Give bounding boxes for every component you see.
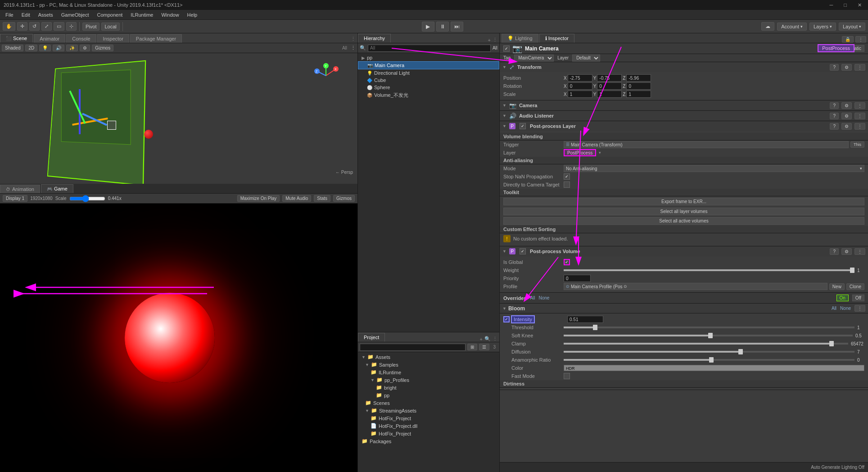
transform-tool[interactable]: ⊹ (66, 22, 77, 31)
rotate-tool[interactable]: ↺ (29, 22, 40, 31)
audio-header[interactable]: ▼ 🔊 Audio Listener ? ⚙ ⋮ (500, 111, 868, 121)
proj-pp-folder[interactable]: 📁 pp (358, 391, 499, 399)
weight-slider[interactable] (564, 269, 854, 271)
pplayer-header[interactable]: ▼ P Post-process Layer ? ⚙ ⋮ (500, 121, 868, 131)
maximize-on-play[interactable]: Maximize On Play (237, 195, 280, 202)
gizmos-button[interactable]: Gizmos (92, 45, 113, 51)
scale-z-field[interactable] (626, 91, 651, 98)
off-button[interactable]: Off (852, 295, 864, 301)
hier-item-light[interactable]: 💡 Directional Light (358, 69, 499, 77)
hier-add-btn[interactable]: + (488, 37, 491, 43)
new-profile-btn[interactable]: New (829, 283, 845, 290)
pos-z-field[interactable] (626, 74, 651, 82)
move-tool[interactable]: ✛ (17, 22, 27, 31)
pause-button[interactable]: ⏸ (436, 22, 449, 32)
obj-name-label[interactable]: Main Camera (525, 45, 844, 52)
intensity-field[interactable] (567, 316, 603, 323)
intensity-checkbox[interactable] (503, 316, 510, 322)
ppvolume-enabled-checkbox[interactable] (520, 248, 526, 254)
proj-assets[interactable]: ▼ 📁 Assets (358, 353, 499, 361)
account-dropdown[interactable]: Account (777, 23, 807, 31)
camera-header[interactable]: ▼ 📷 Camera ? ⚙ ⋮ (500, 100, 868, 110)
select-active-btn[interactable]: Select all active volumes (503, 217, 864, 225)
pplayer-enabled-checkbox[interactable] (520, 123, 526, 129)
rect-tool[interactable]: ▭ (54, 22, 64, 31)
menu-gameobject[interactable]: GameObject (58, 11, 93, 18)
anamorphic-slider[interactable] (564, 359, 854, 361)
step-button[interactable]: ⏭ (451, 22, 463, 32)
camera-info-btn[interactable]: ? (830, 102, 839, 109)
none-label-ov[interactable]: None (539, 295, 550, 300)
scale-slider[interactable] (69, 195, 105, 202)
stats-button[interactable]: Stats (314, 195, 330, 202)
tab-game[interactable]: 🎮 Game (41, 184, 73, 193)
proj-streaming[interactable]: ▼ 📁 StreamingAssets (358, 407, 499, 414)
scale-x-field[interactable] (568, 91, 592, 98)
menu-file[interactable]: File (2, 11, 17, 18)
priority-field[interactable] (564, 275, 591, 282)
proj-scenes[interactable]: 📁 Scenes (358, 399, 499, 407)
panel-menu-btn[interactable]: ⋮ (349, 35, 357, 43)
menu-assets[interactable]: Assets (35, 11, 57, 18)
hand-tool[interactable]: ✋ (3, 22, 15, 31)
minimize-button[interactable]: ─ (827, 2, 836, 8)
scene-fx-btn[interactable]: ✨ (66, 45, 78, 51)
proj-hotfix-dll[interactable]: 📄 HotFix_Project.dll (358, 422, 499, 430)
game-gizmos[interactable]: Gizmos (333, 195, 355, 202)
proj-menu-btn[interactable]: ⋮ (493, 336, 497, 342)
scene-menu-btn[interactable]: ⋮ (351, 45, 356, 51)
pos-x-field[interactable] (568, 74, 592, 82)
project-search-input[interactable] (360, 344, 466, 351)
ppvol-settings-btn[interactable]: ⚙ (841, 248, 852, 255)
inspector-lock-btn[interactable]: 🔒 (842, 36, 854, 43)
bloom-menu-btn[interactable]: ⋮ (854, 305, 865, 312)
tab-hierarchy[interactable]: Hierarchy (358, 34, 391, 43)
tab-project[interactable]: Project (358, 333, 385, 342)
scene-light-btn[interactable]: 💡 (39, 45, 51, 51)
menu-ilruntime[interactable]: ILRuntime (127, 11, 157, 18)
camera-menu-btn[interactable]: ⋮ (854, 102, 865, 109)
scene-audio-btn[interactable]: 🔊 (53, 45, 64, 51)
aa-mode-dropdown[interactable]: No Anti-aliasing (564, 165, 864, 172)
rot-x-field[interactable] (568, 82, 592, 90)
proj-search-btn[interactable]: 🔍 (484, 336, 491, 342)
on-button[interactable]: On (836, 295, 849, 301)
2d-button[interactable]: 2D (25, 45, 37, 51)
shaded-button[interactable]: Shaded (2, 45, 23, 51)
pplayer-info-btn[interactable]: ? (830, 123, 839, 130)
ppvol-menu-btn[interactable]: ⋮ (854, 248, 865, 255)
hier-item-maincamera[interactable]: 📷 Main Camera (358, 61, 499, 69)
scale-tool[interactable]: ⤢ (41, 22, 52, 31)
color-field[interactable]: HDR (564, 365, 864, 371)
stop-nan-checkbox[interactable] (564, 173, 570, 180)
diffusion-slider[interactable] (564, 351, 854, 353)
proj-list-btn[interactable]: ☰ (479, 344, 489, 350)
menu-help[interactable]: Help (184, 11, 201, 18)
audio-info-btn[interactable]: ? (830, 113, 839, 119)
export-btn[interactable]: Export frame to EXR... (503, 198, 864, 205)
proj-samples[interactable]: ▼ 📁 Samples (358, 361, 499, 368)
clamp-slider[interactable] (564, 343, 848, 345)
tab-console[interactable]: Console (66, 34, 96, 43)
hier-menu-btn[interactable]: ⋮ (493, 37, 497, 43)
scene-scene-btn[interactable]: ⚙ (80, 45, 90, 51)
play-button[interactable]: ▶ (422, 22, 434, 32)
bloom-none-label[interactable]: None (840, 306, 851, 311)
maximize-button[interactable]: □ (841, 2, 850, 8)
menu-window[interactable]: Window (158, 11, 182, 18)
audio-settings-btn[interactable]: ⚙ (841, 113, 852, 119)
display-button[interactable]: Display 1 (3, 195, 27, 202)
hier-item-cube[interactable]: 🔷 Cube (358, 77, 499, 84)
tab-lighting[interactable]: 💡 Lighting (502, 34, 538, 43)
tab-inspector[interactable]: ℹ Inspector (539, 34, 574, 43)
tab-inspector-left[interactable]: Inspector (97, 34, 129, 43)
select-layers-btn[interactable]: Select all layer volumes (503, 208, 864, 215)
cloud-button[interactable]: ☁ (761, 22, 774, 31)
hier-item-root[interactable]: ▶ pp (358, 54, 499, 61)
hier-item-sphere[interactable]: ⚪ Sphere (358, 84, 499, 91)
scale-y-field[interactable] (597, 91, 622, 98)
layers-dropdown[interactable]: Layers (809, 23, 836, 31)
softknee-slider[interactable] (564, 335, 853, 336)
isglobal-checkbox[interactable]: ✓ (564, 259, 570, 265)
trigger-field[interactable]: ☰ Main Camera (Transform) (564, 141, 849, 148)
